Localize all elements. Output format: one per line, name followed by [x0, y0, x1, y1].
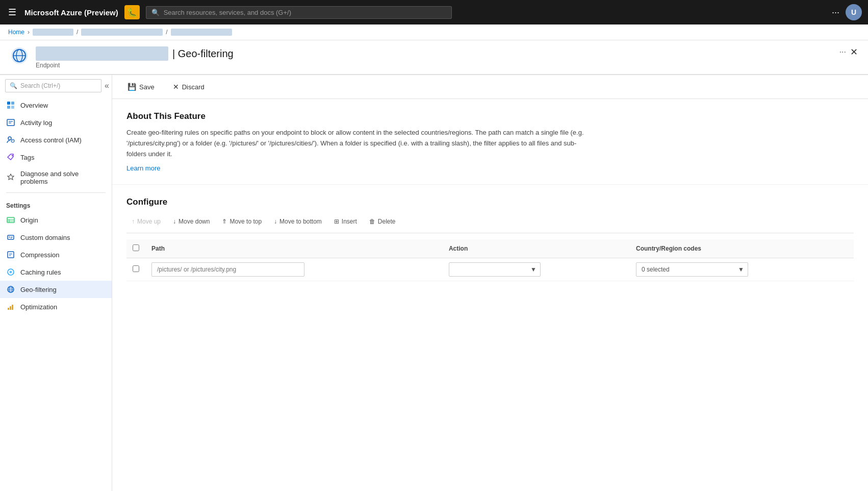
action-cell: Allow Block ▼: [443, 258, 630, 281]
hamburger-menu-icon[interactable]: ☰: [6, 5, 18, 20]
region-cell: 0 selected ▼: [630, 258, 854, 281]
content-toolbar: 💾 Save ✕ Discard: [112, 75, 868, 99]
page-header-close-icon[interactable]: ✕: [850, 46, 858, 58]
move-down-button[interactable]: ↓ Move down: [168, 215, 215, 228]
feature-description: Create geo-filtering rules on specific p…: [126, 128, 585, 159]
move-down-icon: ↓: [173, 218, 176, 225]
sidebar-item-overview-label: Overview: [20, 102, 48, 109]
action-select[interactable]: Allow Block: [449, 262, 541, 277]
save-icon: 💾: [127, 83, 136, 91]
sidebar-item-origin-label: Origin: [20, 216, 38, 224]
page-header-subtitle: Endpoint: [36, 62, 832, 69]
app-title: Microsoft Azure (Preview): [24, 8, 118, 17]
region-select[interactable]: 0 selected: [636, 262, 748, 277]
sidebar-collapse-icon[interactable]: «: [105, 81, 109, 90]
sidebar: 🔍 « Overview Activity log: [0, 75, 112, 491]
sidebar-search-box[interactable]: 🔍: [5, 79, 101, 92]
path-input[interactable]: [151, 262, 304, 277]
table-toolbar: ↑ Move up ↓ Move down ⇑ Move to top ↓ Mo…: [126, 215, 854, 233]
sidebar-item-diagnose[interactable]: Diagnose and solve problems: [0, 166, 112, 189]
user-avatar[interactable]: U: [846, 4, 862, 20]
delete-button[interactable]: 🗑 Delete: [364, 215, 401, 228]
sidebar-item-optimization-label: Optimization: [20, 303, 57, 311]
svg-rect-20: [9, 236, 10, 238]
sidebar-item-caching-label: Caching rules: [20, 268, 61, 276]
sidebar-item-custom-domains[interactable]: Custom domains: [0, 229, 112, 246]
sidebar-item-origin[interactable]: Origin: [0, 211, 112, 229]
svg-rect-6: [7, 106, 10, 109]
search-icon: 🔍: [151, 9, 160, 16]
svg-rect-7: [11, 106, 14, 109]
insert-label: Insert: [342, 218, 357, 225]
breadcrumb-blurred-1: [33, 29, 73, 36]
table-row: Allow Block ▼ 0 selected: [126, 258, 854, 281]
breadcrumb-separator: ›: [28, 29, 30, 36]
move-to-bottom-icon: ↓: [274, 218, 277, 225]
page-header-title-area: | Geo-filtering Endpoint: [36, 46, 832, 69]
sidebar-divider: [6, 192, 106, 193]
custom-domains-icon: [6, 233, 15, 242]
origin-icon: [6, 215, 15, 225]
sidebar-item-optimization[interactable]: Optimization: [0, 298, 112, 315]
overview-icon: [6, 101, 15, 110]
sidebar-item-caching[interactable]: Caching rules: [0, 263, 112, 281]
breadcrumb-home[interactable]: Home: [8, 29, 24, 36]
topbar-more-icon[interactable]: ···: [832, 7, 839, 18]
sidebar-item-geo-filtering-label: Geo-filtering: [20, 286, 57, 293]
move-up-icon: ↑: [132, 218, 135, 225]
select-all-checkbox[interactable]: [133, 244, 139, 251]
sidebar-search-row: 🔍 «: [0, 75, 112, 96]
move-to-top-button[interactable]: ⇑ Move to top: [217, 215, 267, 228]
delete-icon: 🗑: [369, 218, 375, 225]
global-search-input[interactable]: [164, 9, 446, 16]
access-control-icon: [6, 135, 15, 144]
svg-rect-34: [12, 305, 13, 310]
topbar: ☰ Microsoft Azure (Preview) 🐛 🔍 ··· U: [0, 0, 868, 24]
insert-icon: ⊞: [334, 218, 339, 225]
page-header-blurred-title: [36, 46, 168, 61]
discard-label: Discard: [182, 83, 205, 91]
diagnose-icon: [6, 173, 15, 182]
feedback-bug-icon[interactable]: 🐛: [124, 5, 140, 19]
activity-log-icon: [6, 118, 15, 127]
page-header-more-icon[interactable]: ···: [839, 47, 846, 57]
svg-rect-32: [8, 308, 9, 310]
breadcrumb-sep3: /: [166, 29, 167, 36]
svg-point-14: [12, 155, 13, 156]
sidebar-item-overview[interactable]: Overview: [0, 96, 112, 114]
move-to-bottom-button[interactable]: ↓ Move to bottom: [269, 215, 327, 228]
page-header-actions: ··· ✕: [839, 46, 858, 58]
insert-button[interactable]: ⊞ Insert: [329, 215, 362, 228]
caching-icon: [6, 267, 15, 277]
page-header-geo-title: | Geo-filtering: [172, 48, 234, 60]
sidebar-item-geo-filtering[interactable]: Geo-filtering: [0, 281, 112, 298]
tags-icon: [6, 153, 15, 162]
path-cell: [145, 258, 443, 281]
sidebar-search-input[interactable]: [20, 82, 97, 89]
geo-filter-table: Path Action Country/Region codes: [126, 239, 854, 281]
sidebar-item-tags[interactable]: Tags: [0, 149, 112, 166]
row-checkbox-cell: [126, 258, 145, 281]
move-up-button[interactable]: ↑ Move up: [126, 215, 166, 228]
compression-icon: [6, 250, 15, 259]
move-down-label: Move down: [178, 218, 210, 225]
move-to-top-icon: ⇑: [222, 218, 227, 225]
sidebar-item-compression[interactable]: Compression: [0, 246, 112, 263]
row-checkbox[interactable]: [133, 265, 139, 272]
move-to-bottom-label: Move to bottom: [279, 218, 322, 225]
discard-button[interactable]: ✕ Discard: [168, 80, 210, 93]
path-header: Path: [145, 239, 443, 258]
sidebar-search-icon: 🔍: [10, 82, 17, 89]
learn-more-link[interactable]: Learn more: [126, 164, 160, 172]
save-button[interactable]: 💾 Save: [122, 80, 160, 93]
sidebar-item-activity-label: Activity log: [20, 119, 52, 127]
breadcrumb: Home › / /: [0, 24, 868, 40]
global-search[interactable]: 🔍: [146, 6, 452, 19]
sidebar-item-tags-label: Tags: [20, 154, 34, 161]
feature-title: About This Feature: [126, 111, 854, 121]
discard-icon: ✕: [173, 83, 179, 91]
breadcrumb-sep2: /: [76, 29, 78, 36]
sidebar-item-access-control[interactable]: Access control (IAM): [0, 131, 112, 149]
sidebar-item-activity-log[interactable]: Activity log: [0, 114, 112, 131]
svg-rect-8: [7, 119, 14, 126]
